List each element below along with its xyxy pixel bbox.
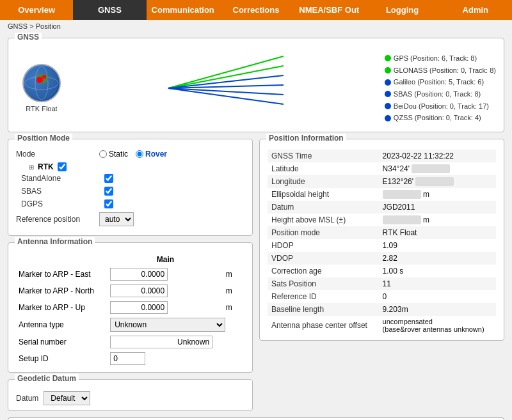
ant-type-label: Antenna type (16, 316, 108, 334)
datum-select[interactable]: Default (44, 391, 90, 405)
pi-correction-age: Correction age 1.00 s (268, 265, 496, 277)
sat-galileo-label: Galileo (Position: 5, Track: 6) (394, 76, 484, 88)
geodetic-datum-title: Geodetic Datum (15, 374, 79, 383)
rtk-label: RTK (38, 162, 54, 171)
ant-setup-input[interactable] (110, 352, 145, 365)
pi-sats-pos-value: 11 (379, 277, 496, 290)
pi-datum: Datum JGD2011 (268, 201, 496, 214)
sat-glonass: GLONASS (Position: 0, Track: 8) (385, 65, 496, 77)
geodetic-datum-section: Geodetic Datum Datum Default (8, 379, 253, 411)
main-content: GNSS RTK Float (0, 33, 512, 420)
antenna-info-section: Antenna Information Main Marker to ARP -… (8, 242, 253, 373)
rtk-checkbox[interactable] (58, 162, 67, 171)
antenna-table: Main Marker to ARP - East m (16, 253, 244, 367)
ant-up-input-cell (108, 299, 223, 316)
nav-overview[interactable]: Overview (0, 0, 73, 20)
pi-correction-age-label: Correction age (268, 265, 379, 277)
sbas-checkbox[interactable] (104, 187, 113, 196)
pi-ellipsoidal-value: m (379, 188, 496, 201)
ant-row-north: Marker to ARP - North m (16, 283, 244, 299)
nav-gnss[interactable]: GNSS (73, 0, 146, 20)
pi-hdop-label: HDOP (268, 239, 379, 252)
globe-icon (22, 64, 61, 102)
ant-up-input[interactable] (110, 301, 168, 314)
static-radio-label[interactable]: Static (99, 150, 128, 159)
pi-vdop-value: 2.82 (379, 252, 496, 265)
pi-datum-value: JGD2011 (379, 201, 496, 214)
pi-latitude-text: N34°24' (383, 164, 410, 173)
pi-ellipsoidal-unit: m (423, 190, 429, 199)
sat-beidou: BeiDou (Position: 0, Track: 17) (385, 100, 496, 113)
position-mode-title: Position Mode (15, 134, 72, 143)
rover-radio-label[interactable]: Rover (136, 150, 167, 159)
sat-gps-dot (385, 55, 391, 61)
ant-east-input[interactable] (110, 268, 168, 281)
pi-height-msl: Height above MSL (±) m (268, 214, 496, 226)
rover-label: Rover (145, 150, 167, 159)
ant-col-main: Main (108, 253, 223, 266)
ant-row-east: Marker to ARP - East m (16, 266, 244, 283)
position-info-table: GNSS Time 2023-02-22 11:32:22 Latitude N… (268, 150, 496, 335)
position-info-section: Position Information GNSS Time 2023-02-2… (259, 139, 504, 341)
pi-baseline: Baseline length 9.203m (268, 303, 496, 316)
datum-row: Datum Default (16, 391, 244, 405)
svg-line-4 (168, 56, 284, 88)
standalone-checkbox[interactable] (104, 174, 113, 183)
pi-datum-label: Datum (268, 201, 379, 214)
pi-sats-pos-label: Sats Position (268, 277, 379, 290)
pi-vdop: VDOP 2.82 (268, 252, 496, 265)
ant-up-unit: m (223, 299, 244, 316)
ant-row-setup: Setup ID (16, 350, 244, 367)
rover-radio[interactable] (136, 150, 143, 158)
ant-east-input-cell (108, 266, 223, 283)
ant-serial-input[interactable] (110, 336, 212, 348)
pi-height-msl-value: m (379, 214, 496, 226)
sat-qzss: QZSS (Position: 0, Track: 4) (385, 112, 496, 124)
signal-svg (72, 50, 380, 127)
nav-nmea-sbf[interactable]: NMEA/SBF Out (292, 0, 365, 20)
gnss-section: GNSS RTK Float (8, 38, 504, 132)
sat-galileo-dot (385, 79, 391, 86)
sat-qzss-dot (385, 115, 391, 121)
dgps-checkbox[interactable] (104, 199, 113, 208)
static-label: Static (109, 150, 128, 159)
advanced-settings-bar[interactable]: ⊞ Advanced Settings (8, 417, 504, 420)
pi-ellipsoidal: Ellipsoidal height m (268, 188, 496, 201)
static-radio[interactable] (99, 150, 107, 158)
pi-antenna-phase-label: Antenna phase center offset (268, 316, 379, 335)
sbas-label: SBAS (21, 187, 104, 196)
pi-hdop-value: 1.09 (379, 239, 496, 252)
nav-corrections[interactable]: Corrections (220, 0, 292, 20)
ant-col-label (16, 253, 108, 266)
pi-sats-position: Sats Position 11 (268, 277, 496, 290)
ant-east-unit: m (223, 266, 244, 283)
left-column: Position Mode Mode Static Rover (8, 139, 253, 417)
pi-correction-age-value: 1.00 s (379, 265, 496, 277)
globe-area: RTK Float (16, 64, 67, 113)
ant-serial-label: Serial number (16, 334, 108, 350)
satellite-list: GPS (Position: 6, Track: 8) GLONASS (Pos… (385, 52, 496, 124)
ant-north-input[interactable] (110, 284, 168, 297)
pi-position-mode: Position mode RTK Float (268, 226, 496, 239)
dgps-row: DGPS (16, 199, 244, 208)
pi-ref-id-label: Reference ID (268, 290, 379, 303)
ant-north-unit: m (223, 283, 244, 299)
ant-type-select[interactable]: Unknown (110, 318, 225, 332)
ref-pos-select[interactable]: auto (99, 212, 134, 226)
pi-gnss-time-value: 2023-02-22 11:32:22 (379, 150, 496, 162)
pi-hdop: HDOP 1.09 (268, 239, 496, 252)
nav-logging[interactable]: Logging (365, 0, 438, 20)
svg-line-8 (168, 88, 284, 95)
pi-position-mode-label: Position mode (268, 226, 379, 239)
pi-latitude: Latitude N34°24' (268, 162, 496, 175)
gnss-content: RTK Float GPS (Position: 6, Tra (16, 45, 496, 127)
nav-admin[interactable]: Admin (439, 0, 512, 20)
svg-point-3 (42, 75, 46, 79)
pi-gnss-time-label: GNSS Time (268, 150, 379, 162)
antenna-info-title: Antenna Information (15, 237, 95, 246)
nav-communication[interactable]: Communication (147, 0, 220, 20)
height-msl-blurred (383, 215, 421, 224)
sat-gps: GPS (Position: 6, Track: 8) (385, 52, 496, 65)
standalone-label: StandAlone (21, 174, 104, 183)
expand-icon: ⊞ (29, 164, 34, 171)
